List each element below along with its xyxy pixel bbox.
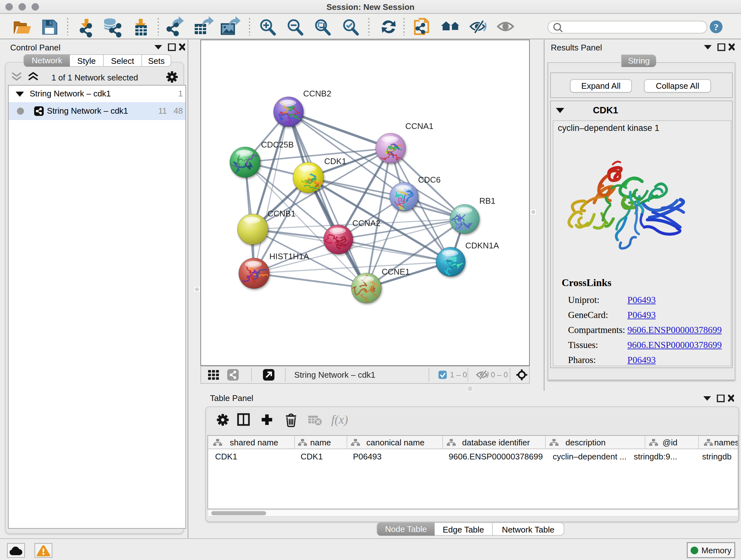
svg-text:HIST1H1A: HIST1H1A (269, 252, 309, 261)
svg-text:namespace: namespace (714, 438, 738, 447)
svg-text:1 – 0: 1 – 0 (450, 370, 467, 379)
svg-text:CDKN1A: CDKN1A (465, 241, 499, 250)
svg-text:canonical name: canonical name (366, 438, 424, 447)
svg-text:CCNB1: CCNB1 (267, 209, 295, 219)
svg-text:CDC6: CDC6 (418, 175, 441, 185)
svg-text:0 – 0: 0 – 0 (491, 370, 508, 379)
svg-text:RB1: RB1 (479, 196, 495, 206)
svg-text:CDC25B: CDC25B (261, 140, 294, 149)
svg-text:f(x): f(x) (331, 413, 348, 427)
svg-text:CCNE1: CCNE1 (382, 267, 410, 276)
svg-text:CCNB2: CCNB2 (303, 89, 331, 98)
svg-text:String Network – cdk1: String Network – cdk1 (294, 370, 375, 380)
svg-text:CCNA2: CCNA2 (352, 219, 381, 228)
svg-text:name: name (310, 438, 331, 447)
svg-text:CDK1: CDK1 (324, 157, 346, 166)
svg-text:shared name: shared name (230, 438, 278, 447)
svg-text:CCNA1: CCNA1 (405, 121, 433, 131)
svg-text:description: description (565, 438, 606, 447)
svg-text:?: ? (714, 22, 719, 32)
svg-text:@id: @id (663, 438, 677, 447)
svg-text:database identifier: database identifier (462, 438, 530, 447)
